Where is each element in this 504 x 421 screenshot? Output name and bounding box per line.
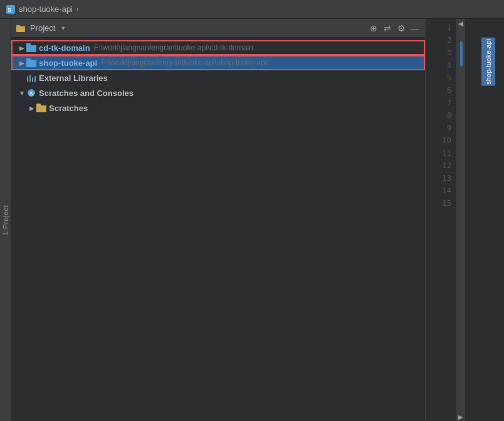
project-panel: Project ▼ ⊕ ⇄ ⚙ — ▶cd-tk-domainF:\work\j… [11,19,425,421]
svg-rect-10 [32,77,33,82]
line-numbers-panel: 123456789101112131415 [425,19,456,421]
tree-item-external-libraries[interactable]: External Libraries [11,70,425,85]
line-number-5: 5 [426,72,456,84]
right-edge: ◀ ▶ [456,19,465,421]
line-number-1: 1 [426,21,456,34]
tree-arrow-scratches[interactable]: ▶ [28,104,36,112]
line-number-4: 4 [426,59,456,72]
line-number-3: 3 [426,46,456,59]
title-bar-arrow: › [76,6,78,13]
project-label: Project [30,23,55,33]
tree-arrow-scratches-and-consoles[interactable]: ▼ [18,88,26,97]
svg-text:S: S [29,91,33,97]
project-dropdown-arrow[interactable]: ▼ [60,25,66,31]
tree-name-external-libraries: External Libraries [39,73,108,83]
svg-text:S: S [8,7,11,13]
tree-icon-module [26,43,36,53]
line-number-10: 10 [426,134,456,147]
scroll-down-arrow[interactable]: ▶ [456,412,465,421]
line-number-9: 9 [426,122,456,134]
main-layout: 1:Project Project ▼ ⊕ ⇄ ⚙ — ▶cd-tk-domai… [0,19,504,421]
line-number-13: 13 [426,172,456,184]
tree-item-scratches-and-consoles[interactable]: ▼SScratches and Consoles [11,85,425,100]
svg-rect-7 [26,58,31,61]
svg-rect-3 [16,25,20,28]
line-number-15: 15 [426,197,456,210]
tree-item-scratches[interactable]: ▶Scratches [11,100,425,115]
line-number-12: 12 [426,159,456,172]
tree-name-scratches: Scratches [49,104,88,113]
toolbar-actions: ⊕ ⇄ ⚙ — [369,23,420,33]
svg-rect-5 [26,43,31,46]
line-number-8: 8 [426,109,456,122]
shop-icon: S [6,5,15,14]
project-folder-icon [16,24,25,32]
tree-name-scratches-and-consoles: Scratches and Consoles [39,88,134,98]
tree-icon-module [26,58,36,68]
svg-rect-11 [34,76,36,82]
tree-name-cd-tk-domain: cd-tk-domain [39,43,90,53]
tree-item-cd-tk-domain[interactable]: ▶cd-tk-domainF:\work\jiangnanfengran\tuo… [11,40,425,55]
tree-arrow-external-libraries[interactable] [18,73,26,82]
globe-icon[interactable]: ⊕ [369,23,379,33]
tree-icon-extlibs [26,73,36,83]
tree-arrow-cd-tk-domain[interactable]: ▶ [18,43,26,52]
line-number-7: 7 [426,97,456,109]
line-number-6: 6 [426,84,456,97]
line-number-2: 2 [426,34,456,46]
line-number-14: 14 [426,184,456,197]
split-icon[interactable]: ⇄ [382,23,392,33]
side-panel-label[interactable]: 1:Project [0,19,11,421]
file-tree: ▶cd-tk-domainF:\work\jiangnanfengran\tuo… [11,38,425,421]
scroll-track[interactable] [459,29,463,411]
svg-rect-8 [27,76,28,82]
title-bar-text: shop-tuoke-api [19,4,73,14]
svg-rect-9 [29,75,31,82]
tree-icon-scratches: S [26,88,36,98]
tree-name-shop-tuoke-api: shop-tuoke-api [39,58,97,68]
tree-arrow-shop-tuoke-api[interactable]: ▶ [18,58,26,67]
tree-path-shop-tuoke-api: F:\work\jiangnanfengran\tuoke-api\shop-t… [101,58,266,67]
minimize-icon[interactable]: — [410,23,420,33]
line-number-11: 11 [426,147,456,159]
project-toolbar: Project ▼ ⊕ ⇄ ⚙ — [11,19,425,38]
title-bar: S shop-tuoke-api › [0,0,504,19]
scroll-thumb [460,41,463,67]
tree-item-shop-tuoke-api[interactable]: ▶shop-tuoke-apiF:\work\jiangnanfengran\t… [11,55,425,70]
svg-rect-15 [36,104,41,107]
side-label-text: 1:Project [2,205,9,235]
settings-icon[interactable]: ⚙ [396,23,406,33]
editor-tab[interactable]: shop-tuoke-api [481,38,495,86]
tree-path-cd-tk-domain: F:\work\jiangnanfengran\tuoke-api\cd-tk-… [94,43,253,52]
tree-icon-folder [36,103,46,113]
scroll-up-arrow[interactable]: ◀ [456,19,465,28]
